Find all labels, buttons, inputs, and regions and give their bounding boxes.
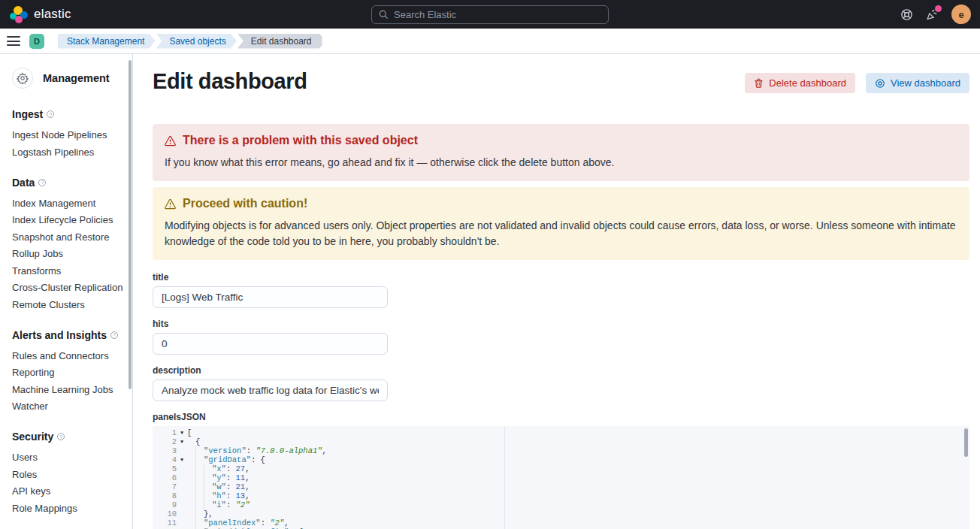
line-number: 6 [153, 473, 177, 482]
sidebar-item-snapshot-and-restore[interactable]: Snapshot and Restore [12, 232, 123, 242]
code-line: 8"h": 13, [153, 491, 969, 500]
section-info-icon: ? [57, 433, 65, 440]
section-info-icon: ? [47, 110, 54, 118]
hits-input[interactable] [153, 333, 388, 355]
search-icon [379, 10, 389, 20]
help-icon[interactable] [900, 8, 913, 21]
line-number: 10 [153, 509, 177, 518]
user-avatar[interactable]: e [951, 5, 971, 24]
description-label: description [153, 365, 969, 376]
sidebar-item-transforms[interactable]: Transforms [12, 266, 123, 276]
sidebar-item-machine-learning-jobs[interactable]: Machine Learning Jobs [12, 385, 123, 394]
code-line: 5"x": 27, [153, 464, 969, 473]
sidebar-section-ingest: Ingest? [12, 108, 123, 120]
main-content: Edit dashboard Delete dashboard View das… [134, 54, 980, 529]
warning-callout: Proceed with caution! Modifying objects … [153, 187, 969, 260]
sidebar-item-api-keys[interactable]: API keys [12, 486, 123, 496]
section-info-icon: ? [110, 331, 118, 339]
brand-name: elastic [34, 7, 71, 22]
management-sidebar: Management Ingest?Ingest Node PipelinesL… [0, 54, 133, 529]
error-callout-body: If you know what this error means, go ah… [165, 155, 957, 171]
breadcrumb-saved-objects[interactable]: Saved objects [156, 34, 236, 49]
line-number: 3 [153, 446, 177, 455]
code-line: 3"version": "7.0.0-alpha1", [153, 446, 969, 455]
panels-json-editor[interactable]: 1▼[2▼{3"version": "7.0.0-alpha1",4▼"grid… [153, 426, 969, 529]
fold-toggle-icon[interactable]: ▼ [177, 428, 187, 437]
error-callout-title: There is a problem with this saved objec… [183, 134, 418, 147]
code-line: 10}, [153, 509, 969, 518]
warning-icon [165, 198, 176, 210]
trash-icon [754, 78, 764, 88]
search-input[interactable] [394, 9, 601, 20]
sidebar-item-rules-and-connectors[interactable]: Rules and Connectors [12, 351, 123, 361]
elastic-brand[interactable]: elastic [0, 6, 135, 23]
sidebar-scrollbar[interactable] [129, 60, 132, 389]
sidebar-item-logstash-pipelines[interactable]: Logstash Pipelines [12, 147, 123, 157]
description-input[interactable] [153, 379, 388, 401]
line-number: 9 [153, 500, 177, 509]
fold-toggle-icon[interactable]: ▼ [177, 437, 187, 446]
page-title: Edit dashboard [153, 69, 307, 94]
error-callout: There is a problem with this saved objec… [153, 124, 969, 181]
sidebar-item-rollup-jobs[interactable]: Rollup Jobs [12, 249, 123, 258]
breadcrumb: Stack ManagementSaved objectsEdit dashbo… [58, 34, 323, 49]
top-header-bar: elastic e [0, 0, 980, 29]
line-number: 5 [153, 464, 177, 473]
notification-dot [935, 5, 942, 12]
line-number: 11 [153, 518, 177, 527]
sidebar-item-role-mappings[interactable]: Role Mappings [12, 503, 123, 513]
sidebar-item-index-lifecycle-policies[interactable]: Index Lifecycle Policies [12, 215, 123, 225]
sidebar-item-users[interactable]: Users [12, 452, 123, 462]
title-input[interactable] [153, 286, 388, 308]
menu-icon[interactable] [7, 36, 20, 46]
code-line: 7"w": 21, [153, 482, 969, 491]
code-line: 11"panelIndex": "2", [153, 518, 969, 527]
gear-icon [12, 68, 33, 89]
breadcrumb-bar: D Stack ManagementSaved objectsEdit dash… [0, 29, 980, 54]
space-avatar[interactable]: D [29, 34, 44, 49]
sidebar-item-cross-cluster-replication[interactable]: Cross-Cluster Replication [12, 283, 123, 292]
sidebar-item-watcher[interactable]: Watcher [12, 401, 123, 411]
line-number: 7 [153, 482, 177, 491]
sidebar-section-alerts-and-insights: Alerts and Insights? [12, 329, 123, 341]
code-line: 1▼[ [153, 428, 969, 437]
sidebar-item-index-management[interactable]: Index Management [12, 198, 123, 208]
warning-callout-body: Modifying objects is for advanced users … [165, 218, 957, 249]
line-number: 1 [153, 428, 177, 437]
sidebar-item-roles[interactable]: Roles [12, 470, 123, 479]
sidebar-title: Management [43, 72, 110, 84]
sidebar-item-remote-clusters[interactable]: Remote Clusters [12, 300, 123, 310]
code-line: 4▼"gridData": { [153, 455, 969, 464]
section-info-icon: ? [38, 179, 46, 186]
view-dashboard-button[interactable]: View dashboard [866, 73, 969, 93]
code-line: 2▼{ [153, 437, 969, 446]
sidebar-item-ingest-node-pipelines[interactable]: Ingest Node Pipelines [12, 130, 123, 140]
breadcrumb-stack-management[interactable]: Stack Management [58, 34, 155, 49]
fold-toggle-icon[interactable]: ▼ [177, 455, 187, 464]
line-number: 4 [153, 455, 177, 464]
elastic-logo-icon [10, 6, 27, 23]
newsfeed-icon[interactable] [926, 8, 939, 21]
eye-icon [875, 78, 885, 89]
global-search-box[interactable] [371, 5, 609, 24]
code-line: 9"i": "2" [153, 500, 969, 509]
panels-json-label: panelsJSON [153, 412, 969, 422]
line-number: 2 [153, 437, 177, 446]
warning-callout-title: Proceed with caution! [183, 197, 307, 210]
breadcrumb-edit-dashboard: Edit dashboard [237, 34, 322, 49]
title-label: title [153, 272, 969, 283]
line-number: 8 [153, 491, 177, 500]
hits-label: hits [153, 319, 969, 329]
warning-icon [165, 135, 176, 147]
sidebar-item-reporting[interactable]: Reporting [12, 367, 123, 377]
sidebar-section-data: Data? [12, 177, 123, 189]
sidebar-section-security: Security? [12, 431, 123, 443]
delete-dashboard-button[interactable]: Delete dashboard [745, 73, 855, 93]
code-line: 6"y": 11, [153, 473, 969, 482]
